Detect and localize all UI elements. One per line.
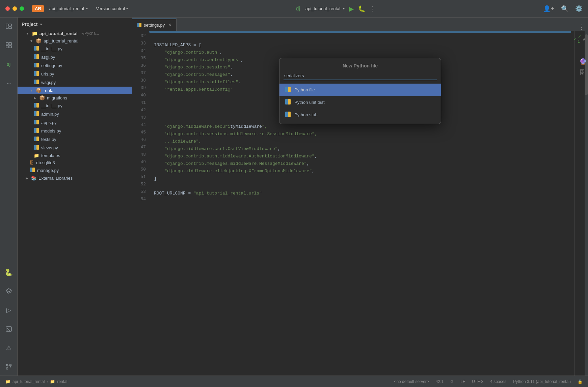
svg-rect-32: [36, 145, 39, 150]
new-file-name-input[interactable]: [284, 72, 437, 80]
tree-item-urls[interactable]: urls.py: [18, 70, 132, 78]
tree-item-views[interactable]: views.py: [18, 144, 132, 152]
status-no-server[interactable]: <no default server>: [394, 379, 429, 384]
svg-rect-24: [36, 111, 39, 116]
tab-close-button[interactable]: ✕: [168, 23, 171, 27]
activity-run-icon[interactable]: ▷: [3, 304, 15, 316]
tree-item-external-libs[interactable]: ▶ 📚 External Libraries: [18, 175, 132, 182]
python-file-icon: [34, 119, 39, 126]
editor-tab-settings[interactable]: settings.py ✕: [132, 19, 177, 31]
svg-point-10: [6, 368, 8, 369]
svg-rect-36: [139, 23, 141, 27]
add-user-icon[interactable]: 👤+: [543, 5, 554, 12]
statusbar-right: <no default server> 42:1 ⊘ LF UTF-8 4 sp…: [394, 379, 583, 384]
svg-rect-4: [9, 42, 11, 45]
activity-python-icon[interactable]: 🐍: [3, 266, 15, 278]
status-cursor-position[interactable]: 42:1: [436, 379, 444, 384]
tree-item-migrations[interactable]: ▶ 📦 migrations: [18, 94, 132, 101]
tree-item-root[interactable]: ▼ 📁 api_tutorial_rental ~/Pycha...: [18, 30, 132, 37]
debug-button[interactable]: 🐛: [358, 5, 365, 12]
python-file-icon: [34, 128, 39, 134]
tree-item-settings[interactable]: settings.py: [18, 61, 132, 70]
close-button[interactable]: [5, 6, 10, 11]
run-config-selector[interactable]: api_tutorial_rental ▾: [305, 6, 345, 11]
activity-terminal-icon[interactable]: [3, 323, 15, 335]
activity-problems-icon[interactable]: ⚠: [3, 342, 15, 354]
version-control-button[interactable]: Version control ▾: [96, 6, 128, 11]
tree-item-templates[interactable]: 📁 templates: [18, 152, 132, 159]
package-folder-icon: 📦: [36, 38, 42, 43]
breadcrumb-rental[interactable]: rental: [57, 379, 67, 384]
svg-rect-0: [6, 24, 8, 29]
tree-item-rental[interactable]: ▼ 📦 rental: [18, 87, 132, 94]
python-file-icon: [34, 54, 39, 60]
status-encoding-icon[interactable]: ⊘: [450, 379, 454, 384]
activity-layers-icon[interactable]: [3, 285, 15, 297]
activity-project-icon[interactable]: [3, 20, 15, 32]
python-file-icon: [34, 71, 39, 77]
svg-rect-19: [34, 80, 36, 84]
tree-item-tests[interactable]: tests.py: [18, 135, 132, 144]
svg-rect-12: [36, 46, 39, 51]
tree-item-admin[interactable]: admin.py: [18, 110, 132, 118]
status-lock-icon: 🔒: [578, 379, 583, 384]
python-file-icon: [34, 46, 39, 52]
status-encoding[interactable]: UTF-8: [472, 379, 483, 384]
search-icon[interactable]: 🔍: [561, 5, 568, 12]
editor-more-button[interactable]: ⋮: [575, 23, 588, 31]
arrow-down-icon: ▼: [26, 32, 29, 35]
fullscreen-button[interactable]: [20, 6, 24, 11]
svg-rect-27: [34, 128, 36, 133]
svg-rect-20: [36, 80, 39, 84]
new-python-file-dialog-overlay: New Python file Python file: [132, 31, 588, 376]
breadcrumb-separator: ›: [47, 379, 48, 384]
svg-rect-26: [36, 120, 39, 124]
arrow-down-icon: ▼: [30, 89, 33, 92]
dialog-option-python-file[interactable]: Python file: [279, 84, 441, 96]
database-icon: 🗄: [30, 160, 34, 165]
project-header[interactable]: Project ▾: [18, 19, 132, 30]
status-line-ending[interactable]: LF: [460, 379, 465, 384]
tree-item-apps[interactable]: apps.py: [18, 118, 132, 127]
svg-rect-14: [36, 54, 39, 59]
svg-rect-38: [288, 87, 291, 92]
folder-icon: 📁: [34, 153, 39, 158]
dialog-option-python-unit-test[interactable]: Python unit test: [279, 96, 441, 109]
activity-structure-icon[interactable]: [3, 39, 15, 51]
run-config-chevron-icon: ▾: [343, 7, 345, 10]
editor-area: settings.py ✕ ⋮ 32 33 34 35 36 37 38 39 …: [132, 18, 588, 376]
package-folder-icon: 📦: [39, 95, 45, 100]
svg-rect-31: [34, 145, 36, 150]
tree-item-models[interactable]: models.py: [18, 127, 132, 135]
dialog-option-python-stub[interactable]: Python stub: [279, 109, 441, 121]
tree-item-api-folder[interactable]: ▼ 📦 api_tutorial_rental: [18, 37, 132, 44]
dialog-options-list: Python file Python unit test: [279, 82, 441, 124]
minimize-button[interactable]: [12, 6, 17, 11]
svg-rect-2: [9, 27, 11, 29]
tree-item-manage[interactable]: manage.py: [18, 166, 132, 175]
run-button[interactable]: ▶: [349, 5, 354, 13]
svg-rect-42: [288, 112, 291, 117]
status-language[interactable]: Python 3.11 (api_tutorial_rental): [513, 379, 571, 384]
tree-item-wsgi[interactable]: wsgi.py: [18, 78, 132, 87]
python-file-icon: [34, 136, 39, 143]
activity-more-icon[interactable]: ···: [3, 77, 15, 89]
activity-git-icon[interactable]: [3, 361, 15, 373]
activity-django-icon[interactable]: dj: [3, 58, 15, 70]
svg-rect-11: [34, 46, 36, 51]
more-actions-button[interactable]: ⋮: [369, 5, 375, 12]
file-tree-panel: Project ▾ ▼ 📁 api_tutorial_rental ~/Pych…: [18, 18, 132, 376]
svg-rect-23: [34, 111, 36, 116]
tree-item-db[interactable]: 🗄 db.sqlite3: [18, 159, 132, 166]
svg-rect-22: [36, 103, 39, 108]
code-editor[interactable]: 32 33 34 35 36 37 38 39 40 41 42 43 44 4…: [132, 31, 588, 376]
tree-item-rental-init[interactable]: __init__.py: [18, 101, 132, 110]
breadcrumb-project[interactable]: api_tutorial_rental: [12, 379, 45, 384]
status-indent[interactable]: 4 spaces: [490, 379, 506, 384]
tree-item-init[interactable]: __init__.py: [18, 44, 132, 53]
svg-rect-41: [285, 112, 288, 117]
svg-rect-7: [6, 327, 11, 331]
tree-item-asgi[interactable]: asgi.py: [18, 53, 132, 61]
settings-icon[interactable]: ⚙️: [575, 5, 583, 12]
project-selector[interactable]: api_tutorial_rental ▾: [49, 6, 88, 11]
